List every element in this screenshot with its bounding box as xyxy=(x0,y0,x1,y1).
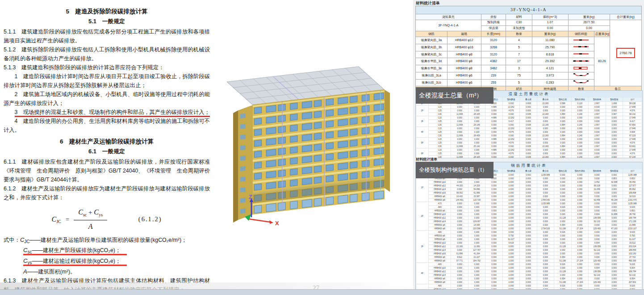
cell: 1235.988 xyxy=(537,202,554,206)
cell: 0.000 xyxy=(589,148,606,152)
rebar-shape-sketch xyxy=(572,52,590,56)
table-row: C250.0000.0000.0004.5760.0000.0000.0000.… xyxy=(416,152,642,156)
cell: 6.954 xyxy=(554,256,571,259)
cell: 0.000 xyxy=(571,249,588,252)
cell: HRB400 φ12 xyxy=(428,245,451,249)
cell: 0.000 xyxy=(589,127,606,131)
cell: 68.142 xyxy=(623,113,642,116)
cell: 预制沉箱 xyxy=(554,97,571,102)
cell: 0.000 xyxy=(554,249,571,252)
cell: 0.000 xyxy=(537,270,554,274)
cell: 0.000 xyxy=(468,120,485,123)
cell: 0.000 xyxy=(571,223,588,227)
cell: 69.328 xyxy=(589,184,606,188)
window xyxy=(326,175,334,182)
cell: 0.000 xyxy=(589,120,606,123)
cell: 54.896 xyxy=(468,188,485,191)
cell: 0.000 xyxy=(589,195,606,198)
cell: 0.000 xyxy=(520,131,537,134)
cell: 98.002 xyxy=(451,191,468,195)
cell: 0.00 xyxy=(568,25,610,31)
cell: 0.000 xyxy=(537,231,554,234)
cell: 0.000 xyxy=(502,188,519,191)
cell: 0.000 xyxy=(485,227,502,231)
window xyxy=(374,137,384,144)
window xyxy=(362,105,369,112)
cell: 0.000 xyxy=(571,177,588,181)
cell: 0.000 xyxy=(571,127,588,131)
cell: 490.365 xyxy=(623,259,642,263)
cell: 0.000 xyxy=(451,216,468,220)
cell: 0.000 xyxy=(451,181,468,184)
cell: 9.026 xyxy=(554,231,571,234)
cell: 0.000 xyxy=(502,209,519,213)
cell: 4.576 xyxy=(623,141,642,145)
cell: 0.000 xyxy=(520,173,537,177)
cell: 0.000 xyxy=(502,156,519,159)
cell: 3 xyxy=(506,65,532,72)
cell: 207.802 xyxy=(623,281,642,284)
cell: 51.198 xyxy=(554,227,571,231)
cell: 0.000 xyxy=(606,148,623,152)
cell: 0.000 xyxy=(537,263,554,266)
table-row: 4FC150.0000.0004.68613.2620.0000.0000.00… xyxy=(416,127,642,131)
window xyxy=(254,184,262,190)
cell: 0.000 xyxy=(571,234,588,238)
doc-list-item: 4 建造阶段使用的办公用房、生活用房和材料库房等临时设施的施工和拆除可不计入。 xyxy=(4,117,210,135)
cell: 0.000 xyxy=(606,141,623,145)
cell: 29.392 xyxy=(532,58,568,65)
cell: 0.000 xyxy=(502,263,519,266)
cell: 9.522 xyxy=(451,256,468,259)
cell: A70 xyxy=(428,202,451,206)
cell: 0.000 xyxy=(502,259,519,263)
end-face xyxy=(238,105,253,220)
cell: 0.000 xyxy=(520,116,537,120)
cell: 22.283 xyxy=(537,145,554,148)
cell: 0.000 xyxy=(589,116,606,120)
cell: 0.000 xyxy=(502,113,519,116)
cell: C25 xyxy=(428,109,451,113)
table-row: C250.0000.0000.0006.4170.0000.0000.0000.… xyxy=(416,120,642,123)
cell: 203.024 xyxy=(623,245,642,249)
window xyxy=(290,201,298,209)
cell: 0.000 xyxy=(571,284,588,288)
bim-model-viewport[interactable]: ZX xyxy=(213,42,414,266)
window xyxy=(302,199,312,208)
cell: 0.884 xyxy=(554,134,571,138)
cell: 31.128 xyxy=(554,270,571,274)
cell: 0.333 xyxy=(468,131,485,134)
subsection-heading: 6.1 一般规定 xyxy=(4,147,210,156)
cell: 9.026 xyxy=(554,263,571,266)
cell: 169.784 xyxy=(623,216,642,220)
window xyxy=(278,170,286,177)
cell: 0.000 xyxy=(520,281,537,284)
cell: 0.000 xyxy=(554,274,571,277)
window xyxy=(350,129,358,135)
table-row: HRB400 φ8144.451119.7390.0000.0000.00017… xyxy=(416,198,642,202)
col-header: 数量 xyxy=(506,31,532,37)
rebar-shape-sketch xyxy=(572,80,590,84)
cell: HRB400 φ10 xyxy=(428,213,451,216)
window xyxy=(314,133,322,139)
cell: HRB400 φ6 xyxy=(447,72,481,79)
cell: 25.142 xyxy=(468,145,485,148)
material-report-panel[interactable]: 材料统计清单 3F-YNQ-4-1-A 浇筑单元 类型 材料 体积(m^3) 重… xyxy=(413,0,644,295)
cell: 0.000 xyxy=(485,256,502,259)
table-row: HRB400 φ100.0000.0000.0009.6180.0000.000… xyxy=(416,241,642,245)
cell: 0.000 xyxy=(589,277,606,281)
cell: 2.967 xyxy=(589,145,606,148)
cell: 0.000 xyxy=(502,198,519,202)
cell: 0.000 xyxy=(451,238,468,241)
floor-cell: 3F xyxy=(416,116,429,127)
cell: 预制空调板 xyxy=(571,169,588,173)
cell: 0.000 xyxy=(468,263,485,266)
cell: 0.000 xyxy=(485,245,502,249)
window xyxy=(350,139,358,146)
cell: 4.576 xyxy=(502,152,519,156)
col-header: 钢筋样图 xyxy=(568,31,594,37)
rebar-usage-table[interactable]: 钢筋用量统计表楼层规格外墙墙板预制内墙预制阳台预制飘窗叠合梁叠合板预制沉箱预制空… xyxy=(415,162,643,290)
cell: 1235.988 xyxy=(623,173,642,177)
window xyxy=(302,123,312,130)
cell: 0.000 xyxy=(537,274,554,277)
cell: 0.000 xyxy=(606,123,623,127)
